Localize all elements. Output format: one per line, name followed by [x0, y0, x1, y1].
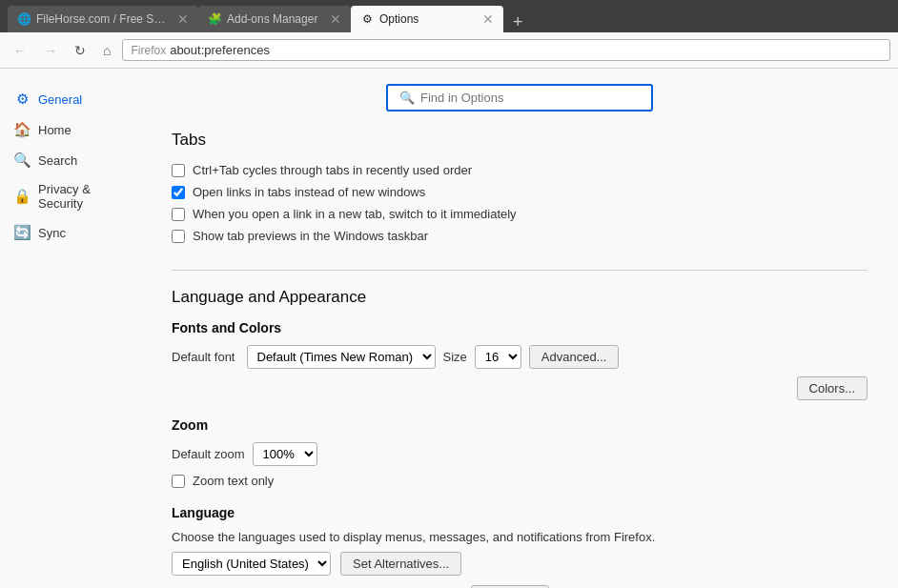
sidebar: ⚙ General 🏠 Home 🔍 Search 🔒 Privacy & Se… — [0, 69, 141, 588]
general-icon: ⚙ — [13, 91, 31, 108]
zoom-title: Zoom — [172, 417, 867, 433]
filehorse-tab-icon: 🌐 — [17, 12, 31, 26]
ctrl-tab-checkbox[interactable] — [172, 164, 185, 177]
addons-tab-icon: 🧩 — [208, 12, 221, 26]
back-button[interactable]: ← — [8, 39, 32, 62]
switch-new-label: When you open a link in a new tab, switc… — [193, 207, 517, 221]
checkbox-switch-new: When you open a link in a new tab, switc… — [172, 207, 867, 221]
default-font-select[interactable]: Default (Times New Roman) Arial Times Ne… — [247, 345, 436, 369]
address-bar-wrap: Firefox — [122, 39, 890, 61]
language-subsection: Language Choose the languages used to di… — [172, 505, 867, 588]
add-tab-button[interactable]: + — [507, 12, 529, 32]
sidebar-item-home[interactable]: 🏠 Home — [0, 114, 141, 145]
search-icon: 🔍 — [13, 152, 31, 169]
sidebar-item-privacy[interactable]: 🔒 Privacy & Security — [0, 175, 141, 217]
options-search-input[interactable] — [420, 91, 630, 105]
zoom-text-only-row: Zoom text only — [172, 474, 867, 488]
font-row: Default font Default (Times New Roman) A… — [172, 345, 867, 369]
language-desc: Choose the languages used to display men… — [172, 530, 867, 544]
tab-bar: 🌐 FileHorse.com / Free Softwar... ✕ 🧩 Ad… — [0, 0, 898, 32]
lang-appearance-title: Language and Appearance — [172, 288, 867, 307]
tabs-section: Tabs Ctrl+Tab cycles through tabs in rec… — [172, 131, 867, 243]
filehorse-tab-label: FileHorse.com / Free Softwar... — [36, 12, 172, 26]
lang-appearance-section: Language and Appearance Fonts and Colors… — [172, 288, 867, 588]
fonts-colors-title: Fonts and Colors — [172, 320, 867, 335]
sidebar-item-search[interactable]: 🔍 Search — [0, 145, 141, 175]
options-search-icon: 🔍 — [399, 91, 415, 105]
home-button[interactable]: ⌂ — [97, 39, 116, 62]
tab-options[interactable]: ⚙ Options ✕ — [351, 6, 503, 32]
home-icon: 🏠 — [13, 121, 31, 138]
default-font-label: Default font — [172, 350, 235, 364]
ctrl-tab-label: Ctrl+Tab cycles through tabs in recently… — [193, 163, 472, 177]
sidebar-item-general[interactable]: ⚙ General — [0, 84, 141, 114]
zoom-select[interactable]: 50%67%80%90% 100%110%120% 133%150% — [253, 442, 317, 466]
zoom-subsection: Zoom Default zoom 50%67%80%90% 100%110%1… — [172, 417, 867, 488]
forward-button[interactable]: → — [38, 39, 63, 62]
colors-button[interactable]: Colors... — [797, 376, 867, 400]
page-body: ⚙ General 🏠 Home 🔍 Search 🔒 Privacy & Se… — [0, 69, 898, 588]
open-links-label: Open links in tabs instead of new window… — [193, 185, 425, 199]
options-tab-icon: ⚙ — [360, 12, 374, 26]
options-tab-label: Options — [379, 12, 477, 26]
language-select[interactable]: English (United States) English (UK) Spa… — [172, 552, 331, 576]
sidebar-item-search-label: Search — [38, 153, 77, 168]
divider-1 — [172, 270, 867, 271]
tab-filehorse[interactable]: 🌐 FileHorse.com / Free Softwar... ✕ — [8, 6, 198, 32]
addons-tab-close[interactable]: ✕ — [330, 12, 341, 26]
advanced-button[interactable]: Advanced... — [529, 345, 620, 369]
switch-new-checkbox[interactable] — [172, 208, 185, 221]
sidebar-item-privacy-label: Privacy & Security — [38, 182, 128, 211]
site-icon: Firefox — [131, 44, 166, 57]
zoom-text-only-checkbox[interactable] — [172, 475, 185, 488]
zoom-row: Default zoom 50%67%80%90% 100%110%120% 1… — [172, 442, 867, 466]
language-select-row: English (United States) English (UK) Spa… — [172, 552, 867, 576]
default-zoom-label: Default zoom — [172, 447, 245, 461]
search-wrap: 🔍 — [172, 84, 867, 112]
tabs-section-title: Tabs — [172, 131, 867, 150]
open-links-checkbox[interactable] — [172, 186, 185, 199]
sidebar-item-general-label: General — [38, 92, 82, 107]
language-title: Language — [172, 505, 867, 520]
reload-button[interactable]: ↻ — [69, 39, 92, 62]
sidebar-item-sync[interactable]: 🔄 Sync — [0, 217, 141, 248]
privacy-icon: 🔒 — [13, 188, 31, 205]
sidebar-item-sync-label: Sync — [38, 226, 66, 240]
font-size-select[interactable]: 9101112 13141516 171820 — [475, 345, 521, 369]
checkbox-open-links: Open links in tabs instead of new window… — [172, 185, 867, 199]
tab-previews-checkbox[interactable] — [172, 230, 185, 243]
set-alternatives-button[interactable]: Set Alternatives... — [340, 552, 461, 576]
filehorse-tab-close[interactable]: ✕ — [177, 12, 189, 26]
addons-tab-label: Add-ons Manager — [227, 12, 324, 26]
checkbox-tab-previews: Show tab previews in the Windows taskbar — [172, 229, 867, 243]
colors-row: Colors... — [172, 376, 867, 400]
checkbox-ctrl-tab: Ctrl+Tab cycles through tabs in recently… — [172, 163, 867, 177]
sync-icon: 🔄 — [13, 224, 31, 241]
tab-addons[interactable]: 🧩 Add-ons Manager ✕ — [198, 6, 351, 32]
size-label: Size — [443, 350, 467, 364]
zoom-text-only-label: Zoom text only — [193, 474, 274, 488]
tab-previews-label: Show tab previews in the Windows taskbar — [193, 229, 428, 243]
sidebar-item-home-label: Home — [38, 123, 71, 137]
address-input[interactable] — [170, 43, 882, 57]
options-tab-close[interactable]: ✕ — [482, 12, 494, 26]
main-content: 🔍 Tabs Ctrl+Tab cycles through tabs in r… — [141, 69, 898, 588]
options-search-box: 🔍 — [386, 84, 653, 112]
nav-bar: ← → ↻ ⌂ Firefox — [0, 32, 898, 69]
